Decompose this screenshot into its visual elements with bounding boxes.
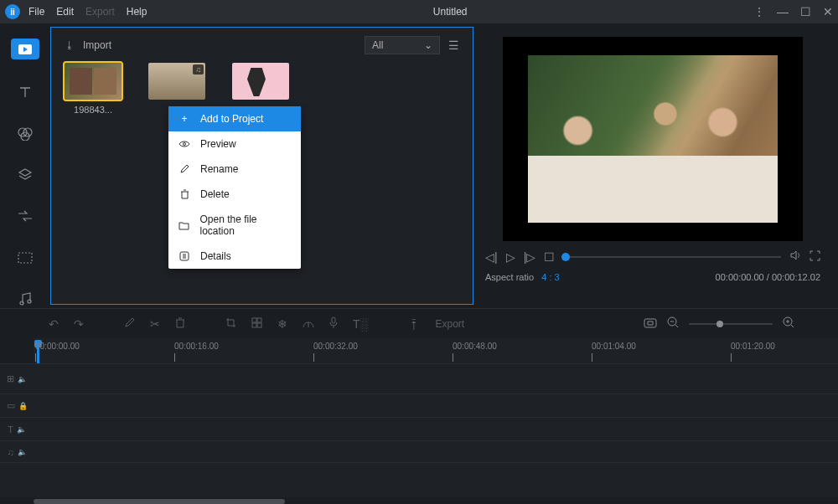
ctx-details[interactable]: Details (168, 244, 301, 269)
track-head[interactable]: ⊞🔈 (0, 364, 34, 393)
preview-viewport (503, 37, 803, 241)
next-frame-icon[interactable]: |▷ (524, 250, 536, 264)
ruler-tick: 00:01:20.00 (731, 342, 775, 351)
menu-edit[interactable]: Edit (56, 6, 74, 18)
svg-point-8 (184, 143, 186, 146)
track-audio[interactable]: ♫🔈 (0, 440, 838, 462)
import-button[interactable]: Import (83, 39, 111, 51)
ctx-rename[interactable]: Rename (168, 157, 301, 182)
ctx-label: Preview (200, 138, 236, 150)
zoom-handle[interactable] (716, 321, 723, 327)
sidebar-text[interactable] (13, 83, 37, 100)
media-thumb (65, 63, 122, 100)
track-video[interactable]: ⊞🔈 (0, 363, 838, 393)
redo-icon[interactable]: ↷ (74, 317, 84, 331)
context-menu: + Add to Project Preview Rename Delete O… (168, 106, 301, 269)
export-icon[interactable]: ⭱ (408, 317, 420, 331)
mute-icon[interactable]: 🔈 (17, 425, 26, 434)
track-pip[interactable]: ▭🔒 (0, 393, 838, 417)
mute-icon[interactable]: 🔈 (18, 448, 27, 456)
ctx-delete[interactable]: Delete (168, 182, 301, 207)
horizontal-scrollbar[interactable] (0, 497, 838, 504)
sidebar-transitions[interactable] (13, 208, 37, 225)
media-label: 198843... (65, 105, 122, 115)
progress-handle[interactable] (561, 253, 570, 261)
plus-icon: + (178, 113, 190, 125)
svg-point-7 (28, 300, 31, 303)
ruler-tick: 00:00:00.00 (35, 342, 80, 351)
sidebar-overlays[interactable] (13, 166, 37, 183)
mute-icon[interactable]: 🔈 (18, 375, 27, 383)
sidebar-media[interactable] (11, 39, 39, 59)
filter-label: All (372, 39, 383, 51)
menu-bar: File Edit Export Help (28, 6, 147, 18)
media-panel: ⭳ Import All ⌄ ☰ 198843... ♫ (50, 27, 473, 305)
trash-icon (178, 189, 190, 199)
ctx-label: Details (200, 250, 231, 262)
ruler-tick: 00:00:32.00 (313, 342, 358, 351)
overflow-icon[interactable]: ⋮ (753, 5, 765, 18)
svg-rect-14 (332, 317, 335, 323)
svg-rect-12 (252, 323, 256, 327)
title-bar: ii File Edit Export Help Untitled ⋮ — ☐ … (0, 0, 838, 23)
timeline-ruler[interactable]: 00:00:00.00 00:00:16.00 00:00:32.00 00:0… (34, 338, 838, 363)
ctx-add-to-project[interactable]: + Add to Project (168, 106, 301, 131)
media-item-0[interactable]: 198843... (65, 63, 122, 115)
ctx-label: Rename (200, 163, 238, 175)
listview-icon[interactable]: ☰ (448, 39, 459, 52)
filter-dropdown[interactable]: All ⌄ (365, 36, 440, 54)
svg-rect-13 (257, 323, 261, 327)
zoom-in-icon[interactable] (783, 316, 794, 331)
preview-controls: ◁| ▷ |▷ ☐ (485, 246, 820, 267)
eye-icon (178, 140, 190, 148)
ruler-tick: 00:00:48.00 (453, 342, 497, 351)
crop-icon[interactable] (225, 317, 236, 331)
freeze-icon[interactable]: ❄ (277, 317, 287, 331)
track-extra[interactable] (0, 462, 838, 477)
import-icon[interactable]: ⭳ (65, 39, 75, 51)
media-item-1[interactable]: ♫ (148, 63, 205, 105)
track-head[interactable] (0, 463, 34, 477)
ruler-tick: 00:01:04.00 (592, 342, 636, 351)
track-text[interactable]: T🔈 (0, 417, 838, 440)
speed-icon[interactable] (303, 317, 314, 331)
aspect-value: 4 : 3 (541, 272, 559, 282)
menu-help[interactable]: Help (127, 6, 147, 18)
play-icon[interactable]: ▷ (506, 250, 515, 264)
time-display: 00:00:00.00 / 00:00:12.02 (716, 272, 820, 282)
sidebar-music[interactable] (13, 291, 37, 308)
fit-icon[interactable] (644, 317, 657, 331)
cut-icon[interactable]: ✂ (150, 317, 160, 331)
ctx-open-location[interactable]: Open the file location (168, 207, 301, 244)
preview-progress[interactable] (563, 256, 781, 258)
fullscreen-icon[interactable] (810, 250, 820, 264)
aspect-ratio: Aspect ratio 4 : 3 (485, 272, 560, 282)
mic-icon[interactable] (329, 316, 338, 331)
track-head[interactable]: ▭🔒 (0, 394, 34, 417)
undo-icon[interactable]: ↶ (49, 317, 59, 331)
menu-file[interactable]: File (28, 6, 44, 18)
maximize-icon[interactable]: ☐ (800, 5, 811, 18)
tts-icon[interactable]: T░ (353, 317, 368, 331)
sidebar-elements[interactable] (13, 249, 37, 266)
ctx-label: Open the file location (199, 213, 291, 237)
export-button[interactable]: Export (435, 318, 464, 330)
stop-icon[interactable]: ☐ (544, 250, 555, 264)
zoom-out-icon[interactable] (667, 316, 679, 331)
scrollbar-thumb[interactable] (34, 499, 285, 504)
track-head[interactable]: ♫🔈 (0, 441, 34, 462)
minimize-icon[interactable]: — (777, 5, 789, 18)
ctx-preview[interactable]: Preview (168, 131, 301, 157)
music-badge-icon: ♫ (193, 64, 204, 75)
mosaic-icon[interactable] (251, 317, 262, 331)
delete-icon[interactable] (175, 317, 185, 331)
edit-icon[interactable] (124, 317, 135, 331)
volume-icon[interactable] (789, 249, 801, 264)
prev-frame-icon[interactable]: ◁| (485, 250, 498, 264)
close-icon[interactable]: ✕ (823, 5, 833, 18)
sidebar-filters[interactable] (13, 125, 37, 142)
track-head[interactable]: T🔈 (0, 418, 34, 440)
lock-icon[interactable]: 🔒 (18, 402, 28, 410)
preview-frame (528, 55, 778, 223)
zoom-slider[interactable] (689, 323, 773, 325)
